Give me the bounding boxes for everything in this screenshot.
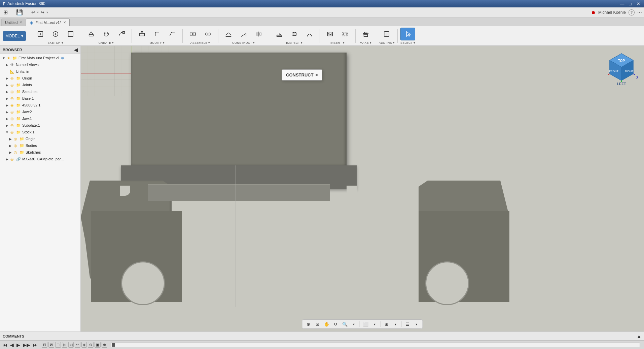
toolbar-group-construct: CONSTRUCT ▾ — [221, 28, 266, 44]
redo-button[interactable]: ↪ — [39, 9, 46, 15]
3d-print-button[interactable] — [358, 28, 373, 40]
tree-stock1[interactable]: ▼ ◎ 📁 Stock:1 — [0, 129, 80, 135]
tree-mx330[interactable]: ▶ ◎ 🔗 MX-330_CAMplete_par... — [0, 156, 80, 162]
fillet-button[interactable] — [150, 28, 165, 40]
viewport-view-arrow[interactable]: ▾ — [413, 320, 421, 328]
tree-sketches[interactable]: ▶ ◎ 📁 Sketches — [0, 88, 80, 95]
comments-collapse-icon[interactable]: ▲ — [637, 334, 641, 339]
tab-project-icon: ◈ — [30, 20, 33, 25]
tree-base1[interactable]: ▶ ◎ 📁 Base:1 — [0, 95, 80, 102]
tree-origin[interactable]: ▶ ◎ 📁 Origin — [0, 75, 80, 82]
tab-untitled-close[interactable]: ✕ — [20, 21, 22, 24]
svg-point-18 — [208, 33, 210, 35]
tab-untitled[interactable]: Untitled ✕ — [1, 19, 26, 26]
offset-plane-button[interactable] — [221, 28, 236, 40]
viewport-display-arrow[interactable]: ▾ — [371, 320, 379, 328]
undo-button[interactable]: ↩ — [30, 9, 36, 15]
sweep-button[interactable] — [114, 28, 129, 40]
viewport[interactable]: CONSTRUCT > TOP FRONT RIGHT — [81, 46, 644, 331]
viewport-view-btn[interactable]: ☰ — [403, 320, 412, 328]
tree-jaw1[interactable]: ▶ ◎ 📁 Jaw:1 — [0, 115, 80, 122]
viewport-select-btn[interactable]: ⊕ — [305, 320, 313, 328]
viewport-zoom-btn[interactable]: 🔍 — [341, 320, 349, 328]
measure-button[interactable] — [272, 28, 287, 40]
model-dropdown-button[interactable]: MODEL ▾ — [3, 31, 26, 41]
timeline-track[interactable] — [111, 343, 640, 347]
attach-canvas-button[interactable] — [338, 28, 353, 40]
save-icon[interactable]: 💾 — [15, 8, 24, 16]
viewport-cursor-btn[interactable]: ⊡ — [314, 320, 322, 328]
viewport-orbit-btn[interactable]: ↺ — [332, 320, 340, 328]
timeline-play-button[interactable]: ▶ — [16, 342, 21, 348]
timeline-action-5[interactable]: ◁ — [68, 342, 74, 348]
stock1-folder: 📁 — [16, 129, 21, 135]
maximize-button[interactable]: □ — [627, 1, 633, 6]
toolbar-group-add-ins: ADD-INS ▾ — [379, 28, 395, 44]
timeline-end-button[interactable]: ⏭ — [32, 342, 38, 348]
viewport-display-btn[interactable]: ⬜ — [362, 320, 370, 328]
make-buttons — [358, 28, 373, 40]
tree-45800[interactable]: ▶ ◉ 📁 45800 v2:1 — [0, 102, 80, 108]
tree-named-views[interactable]: ▶ 👁 Named Views — [0, 61, 80, 68]
close-button[interactable]: ✕ — [635, 1, 641, 6]
joint-button[interactable] — [185, 28, 200, 40]
minimize-button[interactable]: — — [619, 1, 625, 6]
orientation-cube[interactable]: TOP FRONT RIGHT LEFT Z — [606, 52, 637, 82]
timeline-action-1[interactable]: ⊡ — [42, 342, 47, 348]
svg-text:FRONT: FRONT — [609, 70, 618, 73]
chamfer-button[interactable] — [165, 28, 180, 40]
timeline-action-2[interactable]: ⊠ — [48, 342, 54, 348]
tree-joints[interactable]: ▶ ◎ 📁 Joints — [0, 82, 80, 88]
select-button[interactable] — [400, 28, 415, 40]
timeline-action-9[interactable]: ▣ — [95, 342, 101, 348]
timeline-forward-button[interactable]: ▶▶ — [22, 342, 31, 348]
timeline-action-3[interactable]: ◻ — [55, 342, 61, 348]
press-pull-button[interactable] — [135, 28, 149, 40]
root-expand-icon[interactable]: ⊕ — [61, 56, 64, 60]
timeline-action-4[interactable]: ▷ — [62, 342, 67, 348]
grid-menu-icon[interactable]: ⊞ — [2, 8, 9, 16]
revolve-button[interactable] — [99, 28, 114, 40]
timeline-action-8[interactable]: ⊙ — [88, 342, 94, 348]
timeline-start-button[interactable]: ⏮ — [2, 342, 8, 348]
curvature-comb-button[interactable] — [302, 28, 317, 40]
tree-bodies[interactable]: ▶ ◎ 📁 Bodies — [0, 142, 80, 149]
jaw1-folder: 📁 — [16, 116, 21, 121]
viewport-grid-btn[interactable]: ⊞ — [383, 320, 391, 328]
tab-project-close[interactable]: ✕ — [63, 21, 66, 24]
interference-button[interactable] — [287, 28, 302, 40]
sketch-button[interactable] — [33, 28, 48, 40]
tree-stock-origin[interactable]: ▶ ◎ 📁 Origin — [0, 135, 80, 142]
angle-plane-button[interactable] — [236, 28, 251, 40]
toolbar-sep-5 — [269, 29, 269, 43]
addins-label: ADD-INS ▾ — [379, 41, 395, 44]
insert-image-button[interactable] — [323, 28, 337, 40]
menu-expand-icon[interactable]: ⋯ — [637, 10, 642, 15]
scripts-addins-button[interactable] — [379, 28, 394, 40]
browser-collapse-icon[interactable]: ◀ — [74, 47, 78, 53]
as-built-joint-button[interactable] — [201, 28, 215, 40]
model-mode: MODEL ▾ — [3, 31, 26, 41]
timeline-action-7[interactable]: ◈ — [81, 342, 87, 348]
timeline-action-10[interactable]: ⊕ — [102, 342, 107, 348]
timeline-back-button[interactable]: ◀ — [9, 342, 14, 348]
midplane-button[interactable] — [251, 28, 266, 40]
stop-sketch-button[interactable] — [63, 28, 78, 40]
create-label: CREATE ▾ — [99, 41, 114, 44]
timeline-action-6[interactable]: ↩ — [75, 342, 80, 348]
tree-jaw2[interactable]: ▶ ◎ 📁 Jaw:2 — [0, 108, 80, 115]
tree-root[interactable]: ▼ ★ 📁 First Matsuura Project v1 ⊕ — [0, 55, 80, 61]
tree-subplate1[interactable]: ▶ ◎ 📁 Subplate:1 — [0, 122, 80, 129]
svg-rect-14 — [190, 33, 192, 35]
svg-line-51 — [633, 74, 635, 75]
edit-sketch-button[interactable] — [48, 28, 63, 40]
viewport-zoom-arrow[interactable]: ▾ — [350, 320, 358, 328]
viewport-pan-btn[interactable]: ✋ — [323, 320, 331, 328]
help-icon[interactable]: ? — [629, 9, 635, 15]
tree-stock-sketches[interactable]: ▶ ◎ 📁 Sketches — [0, 149, 80, 156]
extrude-button[interactable] — [84, 28, 99, 40]
tree-units[interactable]: 📐 Units: in — [0, 68, 80, 75]
bodies-arrow: ▶ — [8, 144, 13, 148]
tab-project[interactable]: ◈ First M...ect v1* ✕ — [26, 19, 69, 26]
viewport-grid-arrow[interactable]: ▾ — [392, 320, 400, 328]
